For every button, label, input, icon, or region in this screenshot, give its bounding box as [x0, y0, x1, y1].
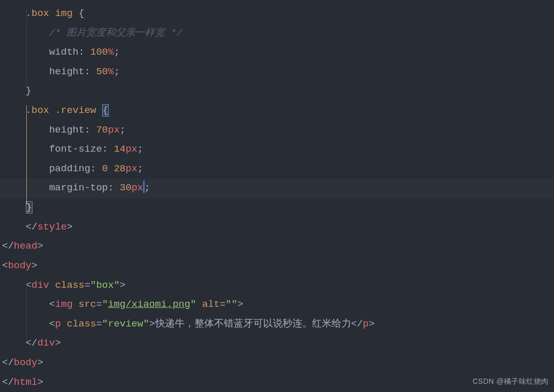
html-attr: src [78, 299, 96, 310]
html-attr: class [67, 318, 96, 330]
html-attr-value: box [96, 280, 113, 291]
html-tag: img [55, 299, 73, 310]
code-editor[interactable]: .box img { /* 图片宽度和父亲一样宽 */ width: 100%;… [0, 0, 554, 392]
css-selector: .review [55, 105, 96, 116]
css-selector: img [55, 8, 73, 19]
css-value: 30 [120, 182, 132, 193]
css-value: 50 [96, 66, 108, 77]
code-line[interactable]: </html> [0, 373, 554, 392]
css-comment: /* 图片宽度和父亲一样宽 */ [49, 27, 182, 39]
html-tag: p [363, 318, 368, 330]
code-line[interactable]: </div> [0, 334, 554, 353]
css-value: 14 [114, 143, 126, 155]
code-line[interactable]: <p class="review">快递牛，整体不错蓝牙可以说秒连。红米给力</… [0, 315, 554, 334]
html-tag: style [37, 221, 67, 233]
code-line[interactable]: .box img { [0, 4, 554, 24]
brace-close: } [26, 85, 31, 96]
code-line[interactable]: width: 100%; [0, 43, 554, 62]
css-selector: .box [26, 105, 50, 116]
indent-guide [26, 8, 27, 86]
css-value: 70 [96, 124, 108, 136]
html-tag: body [14, 357, 38, 368]
code-line[interactable]: font-size: 14px; [0, 140, 554, 159]
html-tag: body [8, 260, 31, 271]
html-attr: alt [202, 299, 220, 310]
code-line[interactable]: <body> [0, 256, 554, 276]
code-line[interactable]: /* 图片宽度和父亲一样宽 */ [0, 24, 554, 43]
code-line[interactable]: height: 70px; [0, 121, 554, 140]
code-line[interactable]: } [0, 81, 554, 101]
html-tag: div [37, 337, 55, 349]
indent-guide [26, 283, 27, 341]
brace-open: { [78, 8, 84, 19]
css-value: 28 [114, 163, 126, 174]
text-cursor [143, 181, 144, 193]
css-property: width [49, 46, 78, 58]
html-attr-value: img/xiaomi.png [108, 299, 190, 310]
indent-guide-active [26, 105, 27, 204]
code-line[interactable]: <img src="img/xiaomi.png" alt=""> [0, 295, 554, 315]
code-line[interactable]: .box .review { [0, 101, 554, 121]
html-tag: html [14, 377, 38, 388]
css-property: font-size [49, 143, 102, 155]
css-property: height [49, 124, 84, 136]
html-tag: p [55, 318, 61, 330]
code-line[interactable]: height: 50%; [0, 62, 554, 82]
code-line[interactable]: </body> [0, 353, 554, 373]
code-line[interactable]: } [0, 198, 554, 218]
css-property: padding [49, 163, 90, 174]
html-text: 快递牛，整体不错蓝牙可以说秒连。红米给力 [155, 318, 351, 330]
html-tag: head [14, 240, 38, 252]
html-tag: div [31, 280, 49, 291]
html-attr-value: review [108, 318, 143, 330]
css-value: 100 [90, 46, 108, 58]
brace-open-matched: { [102, 104, 109, 117]
css-selector: .box [26, 8, 50, 19]
code-line[interactable]: padding: 0 28px; [0, 159, 554, 179]
code-line[interactable]: </head> [0, 237, 554, 256]
html-attr: class [55, 280, 85, 291]
code-line[interactable]: </style> [0, 218, 554, 237]
css-value: 0 [102, 163, 108, 174]
code-line[interactable]: <div class="box"> [0, 276, 554, 296]
watermark-text: CSDN @橘子味红烧肉 [472, 374, 549, 389]
css-property: margin-top [49, 182, 108, 193]
code-line-active[interactable]: margin-top: 30px; [0, 178, 554, 198]
css-property: height [49, 66, 84, 77]
